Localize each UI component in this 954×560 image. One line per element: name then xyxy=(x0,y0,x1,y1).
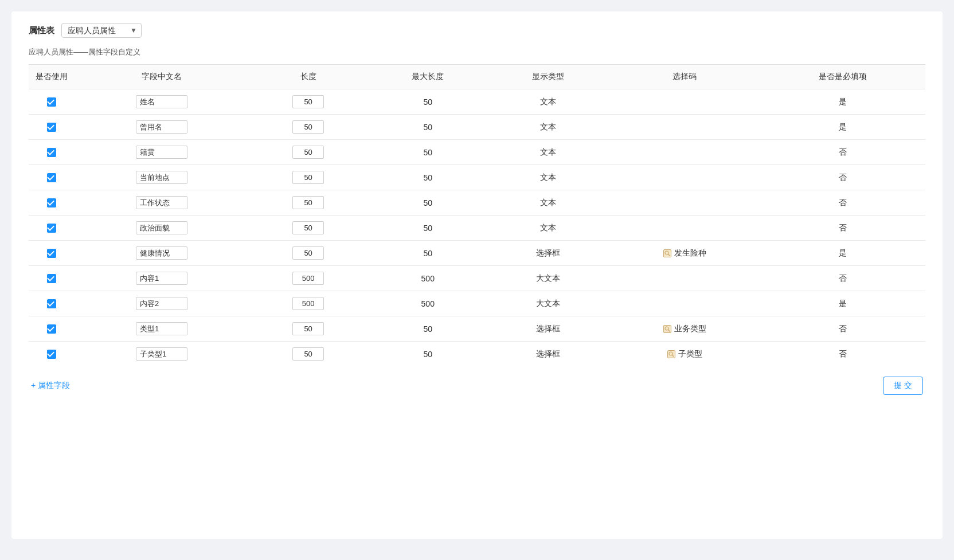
use-checkbox-cell[interactable] xyxy=(29,115,75,140)
field-name-input[interactable] xyxy=(136,196,187,209)
field-name-input[interactable] xyxy=(136,120,187,134)
field-name-input[interactable] xyxy=(136,297,187,310)
field-name-cell[interactable] xyxy=(75,115,249,140)
display-type-cell: 文本 xyxy=(488,115,608,140)
use-checkbox-cell[interactable] xyxy=(29,316,75,342)
length-cell[interactable] xyxy=(249,165,367,190)
use-checkbox[interactable] xyxy=(47,123,56,132)
use-checkbox-cell[interactable] xyxy=(29,241,75,266)
length-input[interactable] xyxy=(292,120,324,134)
use-checkbox-cell[interactable] xyxy=(29,216,75,241)
table-row: 50文本是 xyxy=(29,115,925,140)
select-code-cell xyxy=(608,291,760,316)
select-code-cell xyxy=(608,266,760,291)
submit-button[interactable]: 提 交 xyxy=(883,377,923,395)
use-checkbox-cell[interactable] xyxy=(29,291,75,316)
select-code-text: 业务类型 xyxy=(674,324,706,334)
col-header-maxlength: 最大长度 xyxy=(367,65,488,89)
field-name-cell[interactable] xyxy=(75,266,249,291)
length-input[interactable] xyxy=(292,146,324,159)
col-header-use: 是否使用 xyxy=(29,65,75,89)
col-header-length: 长度 xyxy=(249,65,367,89)
use-checkbox[interactable] xyxy=(47,249,56,258)
length-cell[interactable] xyxy=(249,115,367,140)
col-header-displaytype: 显示类型 xyxy=(488,65,608,89)
field-name-input[interactable] xyxy=(136,322,187,335)
field-name-cell[interactable] xyxy=(75,316,249,342)
required-cell: 是 xyxy=(761,241,925,266)
attributes-table: 是否使用 字段中文名 长度 最大长度 显示类型 选择码 是否是必填项 50文本是… xyxy=(29,65,925,366)
length-cell[interactable] xyxy=(249,190,367,216)
use-checkbox-cell[interactable] xyxy=(29,190,75,216)
field-name-input[interactable] xyxy=(136,347,187,361)
length-cell[interactable] xyxy=(249,291,367,316)
col-header-required: 是否是必填项 xyxy=(761,65,925,89)
attr-table-select[interactable]: 应聘人员属性 xyxy=(61,23,142,38)
use-checkbox[interactable] xyxy=(47,198,56,207)
use-checkbox[interactable] xyxy=(47,350,56,359)
select-code-cell xyxy=(608,216,760,241)
length-input[interactable] xyxy=(292,322,324,335)
field-name-cell[interactable] xyxy=(75,241,249,266)
field-name-input[interactable] xyxy=(136,95,187,108)
length-cell[interactable] xyxy=(249,89,367,115)
use-checkbox-cell[interactable] xyxy=(29,89,75,115)
col-header-selectcode: 选择码 xyxy=(608,65,760,89)
use-checkbox[interactable] xyxy=(47,173,56,182)
field-name-cell[interactable] xyxy=(75,216,249,241)
length-input[interactable] xyxy=(292,196,324,209)
required-cell: 否 xyxy=(761,190,925,216)
length-input[interactable] xyxy=(292,221,324,234)
length-cell[interactable] xyxy=(249,216,367,241)
attr-table-select-wrapper[interactable]: 应聘人员属性 ▼ xyxy=(61,23,142,38)
length-input[interactable] xyxy=(292,95,324,108)
table-header-row: 是否使用 字段中文名 长度 最大长度 显示类型 选择码 是否是必填项 xyxy=(29,65,925,89)
length-cell[interactable] xyxy=(249,342,367,367)
length-cell[interactable] xyxy=(249,316,367,342)
field-name-input[interactable] xyxy=(136,246,187,260)
display-type-cell: 文本 xyxy=(488,190,608,216)
use-checkbox[interactable] xyxy=(47,274,56,283)
max-length-cell: 500 xyxy=(367,291,488,316)
length-input[interactable] xyxy=(292,297,324,310)
required-cell: 否 xyxy=(761,165,925,190)
field-name-cell[interactable] xyxy=(75,342,249,367)
field-name-input[interactable] xyxy=(136,272,187,285)
field-name-input[interactable] xyxy=(136,171,187,184)
display-type-cell: 文本 xyxy=(488,89,608,115)
use-checkbox-cell[interactable] xyxy=(29,266,75,291)
length-input[interactable] xyxy=(292,272,324,285)
use-checkbox[interactable] xyxy=(47,324,56,334)
field-name-cell[interactable] xyxy=(75,190,249,216)
field-name-input[interactable] xyxy=(136,146,187,159)
select-code-cell[interactable]: 业务类型 xyxy=(608,316,760,342)
table-row: 50文本否 xyxy=(29,140,925,165)
length-input[interactable] xyxy=(292,171,324,184)
use-checkbox-cell[interactable] xyxy=(29,140,75,165)
header-row: 属性表 应聘人员属性 ▼ xyxy=(29,23,925,38)
svg-rect-3 xyxy=(663,325,671,332)
use-checkbox[interactable] xyxy=(47,224,56,233)
select-code-cell[interactable]: 子类型 xyxy=(608,342,760,367)
field-name-cell[interactable] xyxy=(75,89,249,115)
length-cell[interactable] xyxy=(249,241,367,266)
field-name-cell[interactable] xyxy=(75,140,249,165)
length-input[interactable] xyxy=(292,347,324,361)
length-input[interactable] xyxy=(292,246,324,260)
use-checkbox[interactable] xyxy=(47,148,56,157)
use-checkbox-cell[interactable] xyxy=(29,342,75,367)
table-row: 50文本否 xyxy=(29,190,925,216)
field-name-input[interactable] xyxy=(136,221,187,234)
use-checkbox-cell[interactable] xyxy=(29,165,75,190)
required-cell: 否 xyxy=(761,342,925,367)
field-name-cell[interactable] xyxy=(75,291,249,316)
select-code-cell xyxy=(608,165,760,190)
length-cell[interactable] xyxy=(249,140,367,165)
length-cell[interactable] xyxy=(249,266,367,291)
use-checkbox[interactable] xyxy=(47,299,56,308)
subtitle: 应聘人员属性——属性字段自定义 xyxy=(29,47,925,57)
select-code-cell[interactable]: 发生险种 xyxy=(608,241,760,266)
add-field-link[interactable]: + 属性字段 xyxy=(31,381,70,391)
use-checkbox[interactable] xyxy=(47,97,56,107)
field-name-cell[interactable] xyxy=(75,165,249,190)
